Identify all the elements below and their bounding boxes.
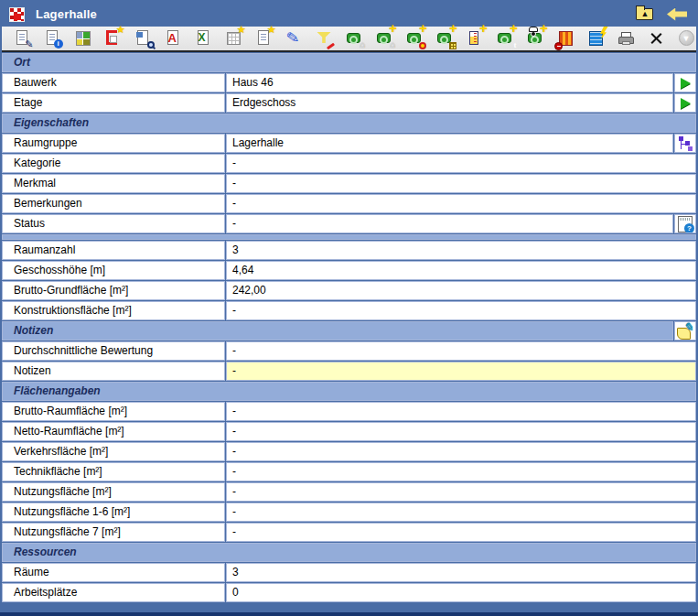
section-title: Ort [2, 53, 696, 72]
title-bar: Lagerhalle ▲ [2, 2, 696, 27]
properties-edit-icon[interactable]: ✎ [7, 27, 38, 49]
field-value: 0 [226, 583, 696, 602]
field-label: Arbeitsplätze [2, 583, 225, 602]
field-row-durchschnittliche-bewertung: Durchschnittliche Bewertung - [2, 341, 696, 361]
report-new-icon[interactable]: ★ [249, 27, 279, 49]
section-separator [2, 234, 696, 240]
field-row-bauwerk: Bauwerk Haus 46 [2, 73, 696, 92]
field-label: Durchschnittliche Bewertung [2, 341, 225, 361]
section-header-notizen: Notizen ✎ [2, 321, 696, 340]
occupancy-remove-icon[interactable] [551, 27, 581, 49]
section-header-eigenschaften: Eigenschaften [2, 113, 696, 133]
app-window: Lagerhalle ▲ ✎ i ★ A X ★ ★ ✎ ⌂ ⌂+ + + + … [0, 0, 698, 616]
field-label: Technikfläche [m²] [2, 462, 225, 481]
page-title: Lagerhalle [36, 7, 97, 21]
field-label: Brutto-Raumfläche [m²] [2, 402, 225, 421]
field-label: Notizen [2, 362, 225, 381]
section-title: Eigenschaften [2, 113, 696, 133]
target-add-icon[interactable]: + [400, 27, 430, 49]
field-row-technikflaeche: Technikfläche [m²] - [2, 462, 696, 481]
field-row-brutto-grundflaeche: Brutto-Grundfläche [m²] 242,00 [2, 281, 696, 300]
field-row-arbeitsplaetze: Arbeitsplätze 0 [2, 583, 696, 602]
section-header-ressourcen: Ressourcen [2, 543, 696, 562]
field-label: Netto-Raumfläche [m²] [2, 422, 225, 441]
field-value: 242,00 [226, 281, 696, 300]
field-value: - [226, 523, 696, 542]
field-value: - [226, 194, 696, 213]
field-value: - [226, 402, 696, 421]
field-row-notizen: Notizen - [2, 362, 696, 381]
field-row-verkehrsflaeche: Verkehrsfläche [m²] - [2, 442, 696, 461]
pdf-export-icon[interactable]: A [158, 27, 188, 49]
field-row-merkmal: Merkmal - [2, 174, 696, 193]
section-title: Notizen [2, 321, 673, 340]
exit-room-icon[interactable]: ★ [98, 27, 128, 49]
field-label: Bemerkungen [2, 194, 225, 213]
field-label: Geschosshöhe [m] [2, 261, 225, 280]
person-add-icon[interactable]: + [521, 27, 551, 49]
property-form: Ort Bauwerk Haus 46 Etage Erdgeschoss Ei… [2, 52, 696, 612]
goto-green-arrow-icon[interactable] [674, 93, 696, 113]
zone-add-icon[interactable]: + [430, 27, 460, 49]
notes-input-field[interactable]: - [226, 362, 696, 381]
field-label: Nutzungsfläche [m²] [2, 482, 225, 502]
field-row-raeume: Räume 3 [2, 563, 696, 582]
field-label: Verkehrsfläche [m²] [2, 442, 225, 461]
status-help-icon[interactable]: ? [674, 214, 696, 233]
field-value: - [226, 422, 696, 441]
field-label: Bauwerk [2, 73, 225, 92]
field-row-nutzungsflaeche-7: Nutzungsfläche 7 [m²] - [2, 523, 696, 542]
field-value: 3 [226, 241, 696, 260]
pen-icon[interactable]: ✎ [279, 27, 309, 49]
field-value: - [226, 442, 696, 461]
field-row-kategorie: Kategorie - [2, 154, 696, 173]
field-label: Merkmal [2, 174, 225, 193]
room-add-icon[interactable]: ⌂+ [370, 27, 400, 49]
field-value: - [226, 174, 696, 193]
field-row-raumgruppe: Raumgruppe Lagerhalle [2, 134, 696, 153]
back-arrow-icon[interactable] [665, 5, 689, 24]
print-preview-icon[interactable] [128, 27, 158, 49]
goto-green-arrow-icon[interactable] [674, 73, 696, 92]
section-title: Ressourcen [2, 543, 696, 562]
table-new-icon[interactable]: ★ [219, 27, 249, 49]
field-row-brutto-raumflaeche: Brutto-Raumfläche [m²] - [2, 402, 696, 421]
process-table-icon[interactable] [581, 27, 611, 49]
field-label: Raumgruppe [2, 134, 225, 153]
nav-more-disabled-icon: ▼ [671, 27, 698, 49]
field-row-konstruktionsflaeche: Konstruktionsfläche [m²] - [2, 301, 696, 320]
app-logo-icon [9, 7, 25, 22]
hierarchy-tree-icon[interactable] [674, 134, 696, 153]
field-label: Kategorie [2, 154, 225, 173]
sync-home-icon[interactable]: ⌂ [339, 27, 370, 49]
field-value: - [226, 154, 696, 173]
field-value: 4,64 [226, 261, 696, 280]
field-value: - [226, 341, 696, 361]
measure-add-icon[interactable]: + [460, 27, 490, 49]
folder-up-icon[interactable]: ▲ [632, 5, 656, 24]
time-add-icon[interactable]: t+ [490, 27, 521, 49]
section-title: Flächenangaben [2, 382, 696, 401]
filter-icon[interactable] [309, 27, 339, 49]
field-label: Räume [2, 563, 225, 582]
field-value: Erdgeschoss [226, 93, 673, 113]
info-document-icon[interactable]: i [38, 27, 68, 49]
field-label: Brutto-Grundfläche [m²] [2, 281, 225, 300]
legend-colors-icon[interactable] [68, 27, 98, 49]
field-label: Nutzungsfläche 7 [m²] [2, 523, 225, 542]
field-value: - [226, 462, 696, 481]
note-pen-icon[interactable]: ✎ [674, 321, 696, 340]
field-row-raumanzahl: Raumanzahl 3 [2, 241, 696, 260]
field-row-netto-raumflaeche: Netto-Raumfläche [m²] - [2, 422, 696, 441]
field-row-status: Status - ? [2, 214, 696, 233]
section-header-ort: Ort [2, 53, 696, 72]
excel-export-icon[interactable]: X [188, 27, 219, 49]
print-icon[interactable] [611, 27, 641, 49]
field-row-geschosshoehe: Geschosshöhe [m] 4,64 [2, 261, 696, 280]
field-value: - [226, 214, 673, 233]
field-label: Konstruktionsfläche [m²] [2, 301, 225, 320]
toolbar: ✎ i ★ A X ★ ★ ✎ ⌂ ⌂+ + + + t+ + ▼ [2, 27, 696, 52]
delete-icon[interactable] [641, 27, 671, 49]
field-value: 3 [226, 563, 696, 582]
field-value: Lagerhalle [226, 134, 673, 153]
